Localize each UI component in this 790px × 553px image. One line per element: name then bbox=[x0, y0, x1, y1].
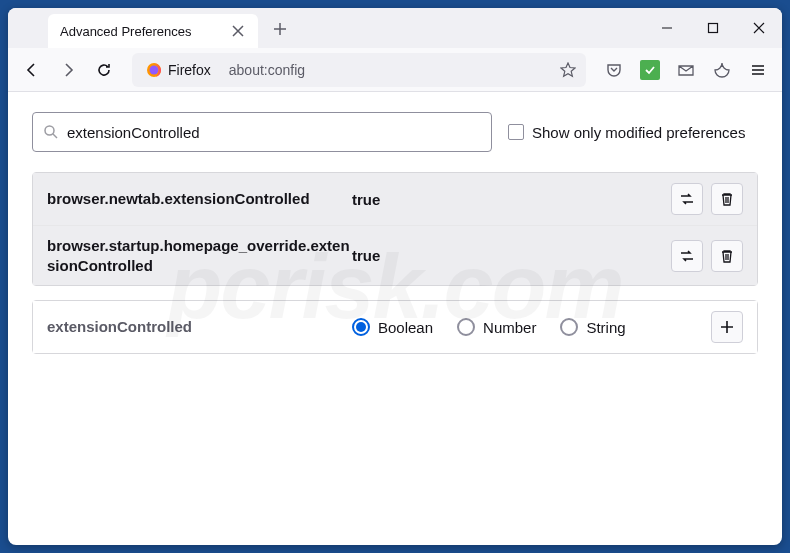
close-window-button[interactable] bbox=[736, 8, 782, 48]
reload-button[interactable] bbox=[88, 54, 120, 86]
add-button[interactable] bbox=[711, 311, 743, 343]
content-area: Show only modified preferences browser.n… bbox=[8, 92, 782, 374]
add-pref-table: extensionControlled Boolean Number Strin… bbox=[32, 300, 758, 354]
checkbox-label: Show only modified preferences bbox=[532, 124, 745, 141]
minimize-button[interactable] bbox=[644, 8, 690, 48]
pref-actions bbox=[671, 240, 743, 272]
maximize-button[interactable] bbox=[690, 8, 736, 48]
active-tab[interactable]: Advanced Preferences bbox=[48, 14, 258, 48]
radio-number[interactable]: Number bbox=[457, 318, 536, 336]
identity-box[interactable]: Firefox bbox=[136, 62, 221, 78]
shield-icon[interactable] bbox=[706, 54, 738, 86]
extension-icon[interactable] bbox=[634, 54, 666, 86]
pref-row[interactable]: browser.startup.homepage_override.extens… bbox=[33, 226, 757, 285]
svg-point-3 bbox=[45, 126, 54, 135]
window-controls bbox=[644, 8, 782, 48]
radio-icon bbox=[352, 318, 370, 336]
titlebar: Advanced Preferences bbox=[8, 8, 782, 48]
url-text: about:config bbox=[221, 62, 313, 78]
search-row: Show only modified preferences bbox=[32, 112, 758, 152]
radio-icon bbox=[560, 318, 578, 336]
modified-only-checkbox[interactable]: Show only modified preferences bbox=[508, 124, 745, 141]
nav-toolbar: Firefox about:config bbox=[8, 48, 782, 92]
toggle-button[interactable] bbox=[671, 183, 703, 215]
pref-name: browser.newtab.extensionControlled bbox=[47, 189, 352, 209]
new-tab-button[interactable] bbox=[266, 15, 294, 43]
type-radio-group: Boolean Number String bbox=[352, 318, 711, 336]
firefox-logo-icon bbox=[146, 62, 162, 78]
search-icon bbox=[43, 124, 59, 140]
radio-icon bbox=[457, 318, 475, 336]
tab-title: Advanced Preferences bbox=[60, 24, 230, 39]
bookmark-star-icon[interactable] bbox=[554, 56, 582, 84]
radio-string[interactable]: String bbox=[560, 318, 625, 336]
browser-window: Advanced Preferences Firefox about:confi… bbox=[8, 8, 782, 545]
svg-rect-0 bbox=[709, 24, 718, 33]
menu-button[interactable] bbox=[742, 54, 774, 86]
pocket-icon[interactable] bbox=[598, 54, 630, 86]
identity-label: Firefox bbox=[168, 62, 211, 78]
pref-row[interactable]: browser.newtab.extensionControlled true bbox=[33, 173, 757, 226]
pref-actions bbox=[671, 183, 743, 215]
mail-icon[interactable] bbox=[670, 54, 702, 86]
pref-actions bbox=[711, 311, 743, 343]
back-button[interactable] bbox=[16, 54, 48, 86]
toggle-button[interactable] bbox=[671, 240, 703, 272]
prefs-table: browser.newtab.extensionControlled true … bbox=[32, 172, 758, 286]
search-input[interactable] bbox=[67, 124, 481, 141]
delete-button[interactable] bbox=[711, 183, 743, 215]
add-pref-row: extensionControlled Boolean Number Strin… bbox=[33, 301, 757, 353]
pref-value: true bbox=[352, 191, 452, 208]
svg-point-2 bbox=[150, 65, 159, 74]
url-bar[interactable]: Firefox about:config bbox=[132, 53, 586, 87]
pref-value: true bbox=[352, 247, 452, 264]
checkbox-icon bbox=[508, 124, 524, 140]
add-pref-name: extensionControlled bbox=[47, 317, 352, 337]
search-box[interactable] bbox=[32, 112, 492, 152]
forward-button[interactable] bbox=[52, 54, 84, 86]
radio-boolean[interactable]: Boolean bbox=[352, 318, 433, 336]
close-tab-icon[interactable] bbox=[230, 23, 246, 39]
pref-name: browser.startup.homepage_override.extens… bbox=[47, 236, 352, 275]
delete-button[interactable] bbox=[711, 240, 743, 272]
